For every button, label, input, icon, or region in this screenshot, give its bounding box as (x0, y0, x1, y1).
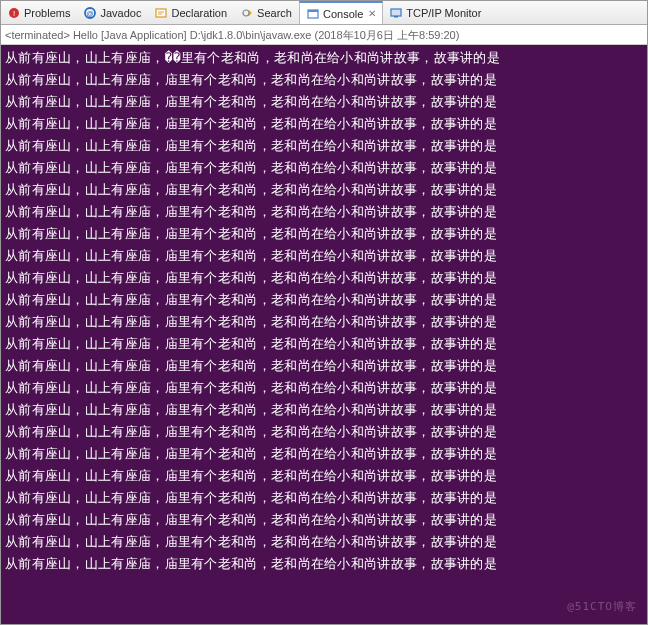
close-icon[interactable]: ✕ (368, 8, 376, 19)
svg-text:@: @ (87, 10, 94, 17)
app-name: Hello (73, 29, 98, 41)
svg-text:!: ! (13, 9, 15, 18)
console-line: 从前有座山，山上有座庙，庙里有个老和尚，老和尚在给小和尚讲故事，故事讲的是 (5, 267, 643, 289)
console-line: 从前有座山，山上有座庙，庙里有个老和尚，老和尚在给小和尚讲故事，故事讲的是 (5, 333, 643, 355)
run-timestamp: (2018年10月6日 上午8:59:20) (314, 29, 459, 41)
svg-rect-10 (391, 9, 401, 16)
console-line: 从前有座山，山上有座庙，庙里有个老和尚，老和尚在给小和尚讲故事，故事讲的是 (5, 443, 643, 465)
java-path: D:\jdk1.8.0\bin\javaw.exe (190, 29, 312, 41)
console-line: 从前有座山，山上有座庙，庙里有个老和尚，老和尚在给小和尚讲故事，故事讲的是 (5, 465, 643, 487)
watermark: @51CTO博客 (567, 596, 637, 618)
tab-label: TCP/IP Monitor (406, 7, 481, 19)
console-line: 从前有座山，山上有座庙，庙里有个老和尚，老和尚在给小和尚讲故事，故事讲的是 (5, 157, 643, 179)
problems-icon: ! (7, 6, 21, 20)
svg-rect-9 (308, 10, 318, 12)
tab-tcpip-monitor[interactable]: TCP/IP Monitor (383, 1, 488, 24)
console-line: 从前有座山，山上有座庙，庙里有个老和尚，老和尚在给小和尚讲故事，故事讲的是 (5, 135, 643, 157)
console-line: 从前有座山，山上有座庙，庙里有个老和尚，老和尚在给小和尚讲故事，故事讲的是 (5, 421, 643, 443)
console-line: 从前有座山，山上有座庙，��里有个老和尚，老和尚在给小和尚讲故事，故事讲的是 (5, 47, 643, 69)
tab-label: Problems (24, 7, 70, 19)
console-line: 从前有座山，山上有座庙，庙里有个老和尚，老和尚在给小和尚讲故事，故事讲的是 (5, 289, 643, 311)
console-output[interactable]: 从前有座山，山上有座庙，��里有个老和尚，老和尚在给小和尚讲故事，故事讲的是从前… (1, 45, 647, 624)
svg-rect-4 (156, 9, 166, 17)
console-line: 从前有座山，山上有座庙，庙里有个老和尚，老和尚在给小和尚讲故事，故事讲的是 (5, 509, 643, 531)
monitor-icon (389, 6, 403, 20)
tab-label: Console (323, 8, 363, 20)
tab-console[interactable]: Console ✕ (299, 1, 383, 24)
console-line: 从前有座山，山上有座庙，庙里有个老和尚，老和尚在给小和尚讲故事，故事讲的是 (5, 311, 643, 333)
svg-rect-11 (394, 16, 398, 18)
console-line: 从前有座山，山上有座庙，庙里有个老和尚，老和尚在给小和尚讲故事，故事讲的是 (5, 377, 643, 399)
tab-label: Declaration (171, 7, 227, 19)
console-line: 从前有座山，山上有座庙，庙里有个老和尚，老和尚在给小和尚讲故事，故事讲的是 (5, 223, 643, 245)
console-status-line: <terminated> Hello [Java Application] D:… (1, 25, 647, 45)
console-line: 从前有座山，山上有座庙，庙里有个老和尚，老和尚在给小和尚讲故事，故事讲的是 (5, 245, 643, 267)
console-line: 从前有座山，山上有座庙，庙里有个老和尚，老和尚在给小和尚讲故事，故事讲的是 (5, 69, 643, 91)
view-tabbar: ! Problems @ Javadoc Declaration Search … (1, 1, 647, 25)
tab-search[interactable]: Search (234, 1, 299, 24)
launch-type: [Java Application] (101, 29, 187, 41)
javadoc-icon: @ (83, 6, 97, 20)
console-line: 从前有座山，山上有座庙，庙里有个老和尚，老和尚在给小和尚讲故事，故事讲的是 (5, 91, 643, 113)
console-line: 从前有座山，山上有座庙，庙里有个老和尚，老和尚在给小和尚讲故事，故事讲的是 (5, 201, 643, 223)
console-line: 从前有座山，山上有座庙，庙里有个老和尚，老和尚在给小和尚讲故事，故事讲的是 (5, 179, 643, 201)
terminated-prefix: <terminated> (5, 29, 70, 41)
tab-declaration[interactable]: Declaration (148, 1, 234, 24)
console-line: 从前有座山，山上有座庙，庙里有个老和尚，老和尚在给小和尚讲故事，故事讲的是 (5, 355, 643, 377)
declaration-icon (154, 6, 168, 20)
console-line: 从前有座山，山上有座庙，庙里有个老和尚，老和尚在给小和尚讲故事，故事讲的是 (5, 113, 643, 135)
tab-label: Search (257, 7, 292, 19)
console-line: 从前有座山，山上有座庙，庙里有个老和尚，老和尚在给小和尚讲故事，故事讲的是 (5, 487, 643, 509)
tab-label: Javadoc (100, 7, 141, 19)
search-icon (240, 6, 254, 20)
tab-javadoc[interactable]: @ Javadoc (77, 1, 148, 24)
console-icon (306, 7, 320, 21)
console-line: 从前有座山，山上有座庙，庙里有个老和尚，老和尚在给小和尚讲故事，故事讲的是 (5, 399, 643, 421)
svg-point-7 (243, 10, 249, 16)
console-line: 从前有座山，山上有座庙，庙里有个老和尚，老和尚在给小和尚讲故事，故事讲的是 (5, 531, 643, 553)
tab-problems[interactable]: ! Problems (1, 1, 77, 24)
console-line: 从前有座山，山上有座庙，庙里有个老和尚，老和尚在给小和尚讲故事，故事讲的是 (5, 553, 643, 575)
